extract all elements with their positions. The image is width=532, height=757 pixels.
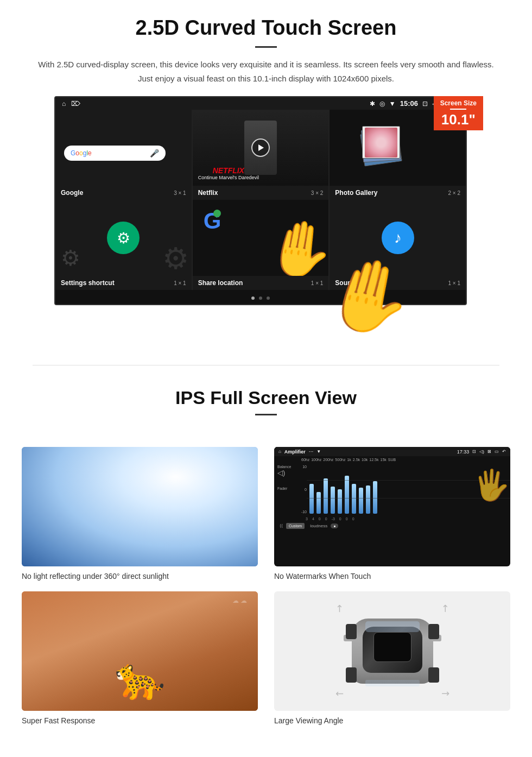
amp-fader-label: Fader [277, 487, 294, 490]
car-sunroof [373, 632, 411, 662]
amp-screen: ⌂ Amplifier ··· ▼ 17:33 ⊡ ◁) ⊠ ▭ ↶ 60hz … [274, 447, 510, 566]
slider-8 [359, 488, 363, 514]
section1-description: With 2.5D curved-display screen, this de… [33, 58, 499, 85]
gallery-stack [335, 115, 397, 147]
feature-amplifier: ⌂ Amplifier ··· ▼ 17:33 ⊡ ◁) ⊠ ▭ ↶ 60hz … [274, 447, 510, 581]
amp-home-icon: ⌂ [278, 449, 281, 454]
amp-sliders-area: 🖐 [307, 462, 510, 516]
sky-clouds: ☁ ☁ [232, 597, 247, 604]
amp-win: ▭ [495, 449, 499, 454]
android-screen: ⌂ ⌦ ✱ ◎ ▼ 15:06 ⊡ ◁) ⊠ ▭ [54, 96, 467, 305]
amp-scale: 10 0 -10 [297, 462, 307, 516]
slider-4 [331, 487, 335, 514]
section1-title: 2.5D Curved Touch Screen [33, 16, 499, 40]
gear-shadow: ⚙ [61, 245, 80, 270]
view-arrow-tl: ↗ [332, 601, 346, 615]
section-divider [33, 365, 499, 365]
screen-size-badge: Screen Size 10.1" [434, 96, 483, 130]
slider-6 [345, 476, 349, 514]
share-thumbnail: G 🤚 [193, 200, 329, 276]
amp-vol: ◁) [479, 449, 484, 454]
slider-2 [316, 492, 321, 514]
amp-time: 17:33 [457, 449, 470, 455]
amp-balance-label: Balance ◁) [277, 465, 294, 477]
share-label-name: Share location [198, 279, 243, 287]
netflix-label-name: Netflix [198, 189, 218, 197]
amplifier-caption: No Watermarks When Touch [274, 572, 510, 581]
car-image: ↗ ↖ ↗ ↖ [274, 591, 510, 711]
gps-icon: ◎ [379, 100, 385, 108]
flower-image [365, 128, 397, 157]
music-label-size: 1 × 1 [448, 280, 460, 286]
car-caption: Large Viewing Angle [274, 716, 510, 725]
wheel-fr [428, 624, 439, 639]
music-icon-circle: ♪ [382, 222, 414, 254]
app-grid-row2: ⚙ ⚙ ⚙ G [55, 200, 466, 276]
bluetooth-icon: ✱ [370, 100, 375, 108]
app-label-google: Google 3 × 1 [55, 186, 192, 200]
app-cell-netflix[interactable]: NETFLIX Continue Marvel's Daredevil [193, 110, 329, 186]
status-time: 15:06 [400, 99, 418, 108]
wheel-rl [346, 667, 357, 683]
loudness-toggle[interactable]: ● [331, 523, 338, 528]
car-topdown: ↗ ↖ ↗ ↖ [338, 608, 447, 695]
app-label-music: Sound Search 1 × 1 [330, 276, 466, 290]
app-label-share: Share location 1 × 1 [193, 276, 329, 290]
cheetah-caption: Super Fast Response [22, 716, 258, 725]
share-label-size: 1 × 1 [311, 280, 324, 286]
play-triangle [258, 144, 264, 151]
slider-7 [352, 484, 356, 514]
camera-icon: ⊡ [422, 100, 428, 108]
netflix-thumbnail: NETFLIX Continue Marvel's Daredevil [193, 110, 329, 186]
status-bar: ⌂ ⌦ ✱ ◎ ▼ 15:06 ⊡ ◁) ⊠ ▭ [55, 97, 466, 110]
touch-hand-icon: 🖐 [473, 468, 510, 503]
amp-bottom-bar: ⟨⟨ Custom loudness ● [274, 521, 510, 531]
amp-custom-btn[interactable]: Custom [286, 523, 305, 529]
cheetah-image: ☁ ☁ 🐆 [22, 591, 258, 711]
gear-icon: ⚙ [117, 229, 130, 247]
home-icon: ⌂ [62, 100, 66, 108]
sunlight-image [22, 447, 258, 566]
feature-cheetah: ☁ ☁ 🐆 Super Fast Response [22, 591, 258, 725]
settings-label-name: Settings shortcut [61, 279, 115, 287]
netflix-brand: NETFLIX [198, 166, 259, 175]
settings-icon-circle: ⚙ [107, 222, 140, 254]
amplifier-image: ⌂ Amplifier ··· ▼ 17:33 ⊡ ◁) ⊠ ▭ ↶ 60hz … [274, 447, 510, 566]
dot-2 [259, 297, 262, 300]
settings-label-size: 1 × 1 [174, 280, 186, 286]
slider-3 [324, 478, 328, 514]
section-ips-screen: IPS Full Screen View [0, 382, 532, 436]
badge-label: Screen Size [440, 99, 477, 107]
amp-status: ⌂ Amplifier ··· ▼ 17:33 ⊡ ◁) ⊠ ▭ ↶ [274, 447, 510, 456]
amp-dots: ··· [309, 449, 313, 455]
dot-1 [251, 297, 255, 300]
amp-title: Amplifier [284, 449, 306, 455]
usb-icon: ⌦ [71, 100, 80, 108]
play-circle [251, 138, 270, 157]
music-note-icon: ♪ [394, 229, 402, 247]
google-label-name: Google [61, 189, 83, 197]
app-label-settings: Settings shortcut 1 × 1 [55, 276, 192, 290]
amp-back: ↶ [502, 449, 506, 454]
gear-shadow2: ⚙ [162, 241, 189, 276]
car-rear-window [365, 680, 420, 686]
slider-9 [366, 485, 370, 514]
music-thumbnail: ♪ [330, 200, 466, 276]
app-cell-share[interactable]: G 🤚 [193, 200, 329, 276]
screen-mockup: Screen Size 10.1" ⌂ ⌦ ✱ ◎ ▼ 15:06 [54, 96, 478, 305]
app-cell-google[interactable]: Google 🎤 [55, 110, 192, 186]
music-label-name: Sound Search [335, 279, 379, 287]
google-search-bar[interactable]: Google 🎤 [64, 146, 166, 161]
view-arrow-bl: ↗ [332, 687, 346, 701]
badge-size: 10.1" [440, 111, 477, 128]
section2-underline [255, 414, 277, 415]
settings-thumbnail: ⚙ ⚙ ⚙ [55, 200, 192, 276]
feature-sunlight: No light reflecting under 360° direct su… [22, 447, 258, 581]
cheetah-emoji: 🐆 [115, 655, 166, 703]
app-cell-music[interactable]: ♪ [330, 200, 466, 276]
netflix-logo-overlay: NETFLIX Continue Marvel's Daredevil [198, 166, 259, 180]
feature-grid: No light reflecting under 360° direct su… [0, 436, 532, 736]
google-logo: Google [71, 149, 92, 157]
amp-prev-icon: ⟨⟨ [280, 523, 283, 528]
app-cell-settings[interactable]: ⚙ ⚙ ⚙ [55, 200, 192, 276]
